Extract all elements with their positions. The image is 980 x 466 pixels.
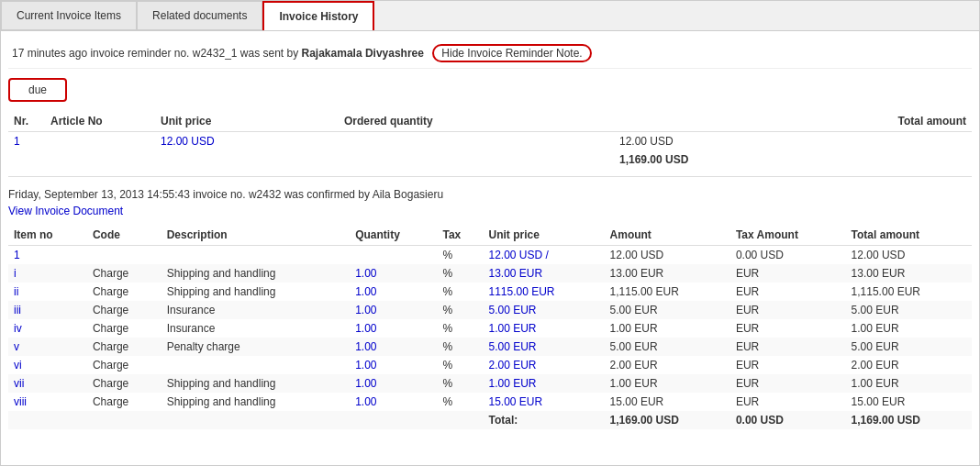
detail-cell: 1.00 EUR — [605, 374, 730, 393]
detail-row: iiChargeShipping and handling1.00%1115.0… — [8, 283, 972, 301]
reminder-text: 17 minutes ago invoice reminder no. w243… — [12, 47, 302, 60]
detail-header-quantity: Quantity — [350, 225, 437, 246]
detail-cell: 2.00 EUR — [483, 356, 604, 374]
tab-invoice-history[interactable]: Invoice History — [262, 1, 374, 30]
detail-header-code: Code — [87, 225, 161, 246]
detail-cell: 13.00 EUR — [605, 264, 730, 283]
detail-header-total: Total amount — [846, 225, 972, 246]
detail-cell: 1.00 EUR — [846, 374, 972, 393]
due-badge: due — [8, 78, 67, 102]
detail-cell: iv — [8, 319, 87, 338]
content-area: 17 minutes ago invoice reminder no. w243… — [1, 31, 979, 437]
due-section: due — [8, 74, 972, 105]
total-cell — [161, 411, 351, 429]
summary-subtotal: 1,169.00 USD — [614, 150, 797, 169]
detail-row: viiiChargeShipping and handling1.00%15.0… — [8, 393, 972, 411]
detail-cell — [350, 246, 437, 265]
detail-cell: EUR — [730, 338, 846, 356]
detail-cell: 1.00 EUR — [605, 319, 730, 338]
detail-cell: % — [438, 319, 484, 338]
detail-cell: EUR — [730, 374, 846, 393]
detail-cell: 1.00 — [350, 338, 437, 356]
detail-cell: 0.00 USD — [730, 246, 846, 265]
detail-cell: viii — [8, 393, 87, 411]
detail-cell: Charge — [87, 264, 161, 283]
detail-cell: Charge — [87, 374, 161, 393]
detail-cell: % — [438, 338, 484, 356]
summary-header-article: Article No — [45, 111, 155, 132]
detail-cell: vii — [8, 374, 87, 393]
detail-cell: 15.00 EUR — [483, 393, 604, 411]
reminder-bar: 17 minutes ago invoice reminder no. w243… — [8, 39, 972, 69]
detail-header-tax-amount: Tax Amount — [730, 225, 846, 246]
total-cell — [8, 411, 87, 429]
detail-cell — [161, 356, 351, 374]
detail-cell: Charge — [87, 319, 161, 338]
main-container: Current Invoice Items Related documents … — [0, 0, 980, 466]
detail-cell: 15.00 EUR — [605, 393, 730, 411]
detail-cell: 1 — [8, 246, 87, 265]
detail-row: ivChargeInsurance1.00%1.00 EUR1.00 EUREU… — [8, 319, 972, 338]
detail-cell: 1.00 — [350, 393, 437, 411]
detail-cell: 1.00 EUR — [483, 319, 604, 338]
tab-related-documents[interactable]: Related documents — [137, 1, 262, 30]
detail-cell: Shipping and handling — [161, 264, 351, 283]
tab-current-invoice-items[interactable]: Current Invoice Items — [1, 1, 137, 30]
detail-cell: 5.00 EUR — [846, 338, 972, 356]
detail-cell: 1.00 — [350, 301, 437, 319]
view-invoice-link[interactable]: View Invoice Document — [8, 205, 972, 217]
detail-cell: Shipping and handling — [161, 374, 351, 393]
tab-bar: Current Invoice Items Related documents … — [1, 1, 979, 31]
detail-cell: EUR — [730, 283, 846, 301]
summary-subtotal-spacer — [8, 150, 614, 169]
detail-cell: Charge — [87, 393, 161, 411]
total-cell: 1,169.00 USD — [605, 411, 730, 429]
detail-total-row: Total:1,169.00 USD0.00 USD1,169.00 USD — [8, 411, 972, 429]
detail-row: viCharge1.00%2.00 EUR2.00 EUREUR2.00 EUR — [8, 356, 972, 374]
detail-cell: % — [438, 283, 484, 301]
detail-cell: 5.00 EUR — [846, 301, 972, 319]
detail-cell: % — [438, 356, 484, 374]
detail-cell: 13.00 EUR — [483, 264, 604, 283]
summary-subtotal-total — [797, 150, 972, 169]
summary-subtotal-row: 1,169.00 USD — [8, 150, 972, 169]
detail-cell: % — [438, 374, 484, 393]
detail-row: vChargePenalty charge1.00%5.00 EUR5.00 E… — [8, 338, 972, 356]
confirmation-text: Friday, September 13, 2013 14:55:43 invo… — [8, 184, 972, 205]
detail-header-itemno: Item no — [8, 225, 87, 246]
hide-reminder-link[interactable]: Hide Invoice Reminder Note. — [432, 44, 591, 62]
detail-cell: EUR — [730, 356, 846, 374]
detail-cell: 12.00 USD — [605, 246, 730, 265]
detail-cell: iii — [8, 301, 87, 319]
detail-cell: EUR — [730, 393, 846, 411]
detail-cell: vi — [8, 356, 87, 374]
detail-cell: Insurance — [161, 301, 351, 319]
detail-cell: 5.00 EUR — [483, 338, 604, 356]
detail-header-amount: Amount — [605, 225, 730, 246]
detail-cell: 1.00 — [350, 356, 437, 374]
detail-cell: 1.00 — [350, 283, 437, 301]
detail-cell: ii — [8, 283, 87, 301]
total-cell: 1,169.00 USD — [846, 411, 972, 429]
summary-article — [45, 132, 155, 151]
detail-row: iChargeShipping and handling1.00%13.00 E… — [8, 264, 972, 283]
summary-table: Nr. Article No Unit price Ordered quanti… — [8, 111, 972, 169]
detail-cell: 1.00 — [350, 264, 437, 283]
summary-ordered — [339, 132, 614, 151]
detail-cell: Shipping and handling — [161, 393, 351, 411]
detail-cell: EUR — [730, 319, 846, 338]
detail-cell: 1,115.00 EUR — [846, 283, 972, 301]
detail-cell: 13.00 EUR — [846, 264, 972, 283]
summary-header-col5 — [614, 111, 797, 132]
summary-header-ordered: Ordered quantity — [339, 111, 614, 132]
detail-cell: % — [438, 264, 484, 283]
summary-header-nr: Nr. — [8, 111, 45, 132]
detail-cell: 5.00 EUR — [605, 301, 730, 319]
detail-cell: Charge — [87, 301, 161, 319]
detail-cell: % — [438, 393, 484, 411]
total-cell: 0.00 USD — [730, 411, 846, 429]
detail-cell: % — [438, 301, 484, 319]
detail-cell: Insurance — [161, 319, 351, 338]
detail-cell: 2.00 EUR — [846, 356, 972, 374]
total-cell — [438, 411, 484, 429]
